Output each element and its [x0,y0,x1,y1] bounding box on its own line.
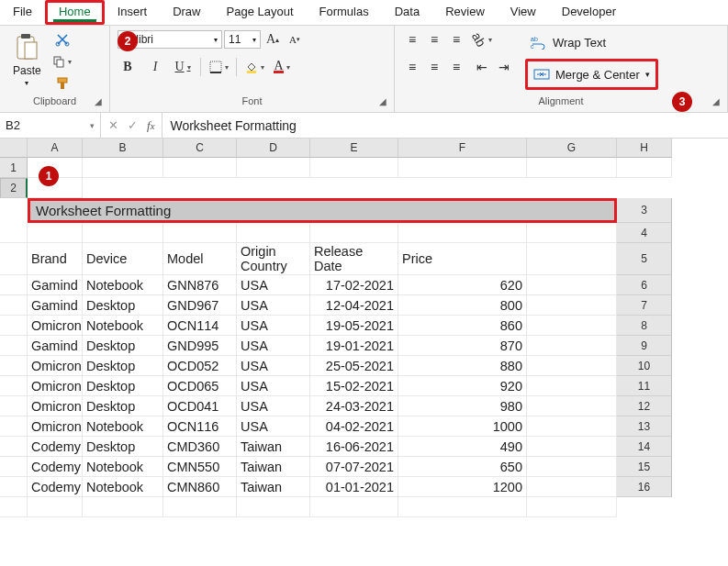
decrease-indent-button[interactable]: ⇤ [472,57,492,77]
row-header-6[interactable]: 6 [617,275,672,295]
cell[interactable]: 650 [398,457,527,477]
cell[interactable] [527,275,617,295]
row-header-11[interactable]: 11 [617,376,672,396]
cell[interactable]: CMN860 [163,477,237,497]
cell[interactable] [0,477,28,497]
cell[interactable]: 920 [398,376,527,396]
copy-button[interactable] [52,51,73,72]
cell[interactable] [527,243,617,275]
cell[interactable] [83,497,163,517]
cell[interactable] [617,158,672,178]
cell[interactable]: USA [237,416,310,437]
cell[interactable]: 800 [398,295,527,316]
cell[interactable]: Origin Country [237,243,310,275]
row-header-2[interactable]: 2 [0,178,28,198]
cell[interactable]: Notebook [83,457,163,477]
cell[interactable]: USA [237,376,310,396]
italic-button[interactable]: I [145,57,165,77]
cell[interactable]: 620 [398,275,527,295]
row-header-14[interactable]: 14 [617,437,672,457]
cell[interactable] [237,158,310,178]
col-header-H[interactable]: H [617,139,672,158]
cell[interactable]: USA [237,316,310,336]
cell[interactable]: Gamind [28,336,83,356]
cell[interactable] [237,223,310,243]
col-header-F[interactable]: F [398,139,527,158]
align-right-button[interactable]: ≡ [446,57,466,77]
cell[interactable]: GNN876 [163,275,237,295]
cell[interactable]: Omicron [28,416,83,437]
row-header-3[interactable]: 3 [617,198,672,223]
cell[interactable]: Omicron [28,396,83,416]
cell[interactable]: 12-04-2021 [310,295,398,316]
borders-button[interactable] [208,57,229,77]
cell[interactable]: Codemy [28,437,83,457]
fill-color-button[interactable] [244,57,264,77]
cell[interactable]: USA [237,336,310,356]
align-middle-button[interactable]: ≡ [424,29,444,50]
cell[interactable] [163,158,237,178]
cell[interactable]: Price [398,243,527,275]
cell[interactable]: Desktop [83,336,163,356]
tab-insert[interactable]: Insert [105,0,161,25]
decrease-font-button[interactable]: A▾ [285,29,305,50]
cell[interactable]: Taiwan [237,457,310,477]
row-header-15[interactable]: 15 [617,457,672,477]
cell[interactable] [310,497,398,517]
cell[interactable]: 17-02-2021 [310,275,398,295]
cell[interactable]: 15-02-2021 [310,376,398,396]
cell[interactable]: CMN550 [163,457,237,477]
underline-button[interactable]: U [173,57,193,77]
cell[interactable] [527,376,617,396]
cell[interactable]: 1200 [398,477,527,497]
row-header-16[interactable]: 16 [617,477,672,497]
align-bottom-button[interactable]: ≡ [446,29,466,50]
cell[interactable] [527,223,617,243]
fx-icon[interactable]: fx [147,118,154,133]
cell[interactable]: OCD041 [163,396,237,416]
tab-review[interactable]: Review [432,0,498,25]
cell[interactable]: 01-01-2021 [310,477,398,497]
font-size-select[interactable]: 11▾ [224,30,261,49]
cell[interactable]: OCN116 [163,416,237,437]
cell[interactable] [0,295,28,316]
cell[interactable]: 490 [398,437,527,457]
name-box[interactable]: B2▾ [0,113,101,138]
cell[interactable]: Gamind [28,275,83,295]
cell[interactable]: Brand [28,243,83,275]
row-header-9[interactable]: 9 [617,336,672,356]
merge-center-button[interactable]: Merge & Center ▾ [525,59,658,90]
cell[interactable]: Notebook [83,316,163,336]
col-header-E[interactable]: E [310,139,398,158]
cell[interactable] [83,223,163,243]
tab-page-layout[interactable]: Page Layout [214,0,307,25]
cell[interactable]: Desktop [83,396,163,416]
cell[interactable] [0,396,28,416]
cell[interactable] [237,497,310,517]
cell[interactable] [0,457,28,477]
orientation-button[interactable]: ab [472,29,492,50]
cell[interactable]: 07-07-2021 [310,457,398,477]
cell[interactable] [163,497,237,517]
cell[interactable] [0,243,28,275]
select-all-corner[interactable] [0,139,28,158]
cell[interactable]: Desktop [83,356,163,376]
cancel-formula-icon[interactable]: ✕ [108,118,118,132]
col-header-B[interactable]: B [83,139,163,158]
align-center-button[interactable]: ≡ [424,57,444,77]
cell[interactable]: GND995 [163,336,237,356]
cell[interactable] [28,497,83,517]
cell[interactable]: 860 [398,316,527,336]
cell[interactable]: Notebook [83,416,163,437]
cell[interactable] [0,416,28,437]
cell[interactable] [527,477,617,497]
cell[interactable]: Release Date [310,243,398,275]
cell[interactable] [310,223,398,243]
cell[interactable] [398,158,527,178]
tab-data[interactable]: Data [382,0,432,25]
tab-file[interactable]: File [0,0,45,25]
align-left-button[interactable]: ≡ [402,57,422,77]
cell[interactable] [527,158,617,178]
cell[interactable]: 880 [398,356,527,376]
cell[interactable]: Omicron [28,356,83,376]
